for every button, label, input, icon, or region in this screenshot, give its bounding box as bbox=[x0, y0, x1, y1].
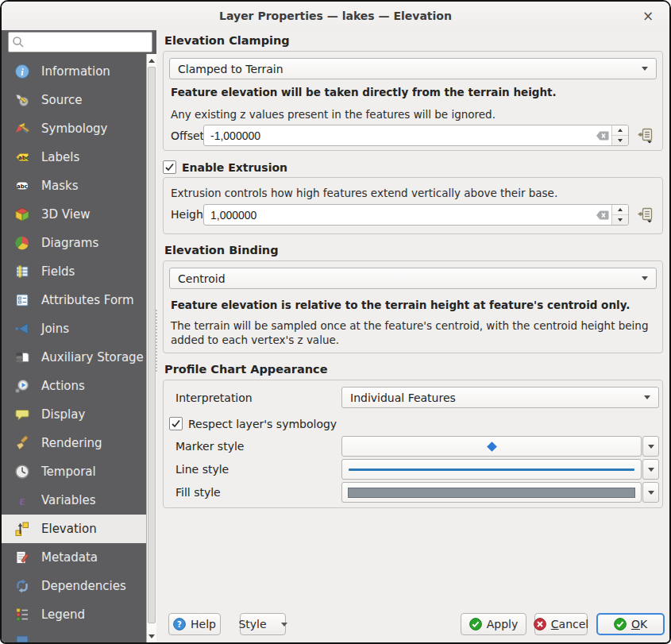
marker-style-dropdown-button[interactable] bbox=[642, 436, 659, 457]
height-spinbox[interactable] bbox=[203, 204, 629, 226]
ok-check-icon bbox=[614, 618, 627, 631]
interpretation-combobox[interactable]: Individual Features bbox=[341, 387, 659, 408]
elevation-clamping-header: Elevation Clamping bbox=[164, 34, 290, 47]
interpretation-combobox-value: Individual Features bbox=[350, 391, 456, 404]
metadata-icon bbox=[13, 549, 31, 566]
sidebar-item-variables[interactable]: ε Variables bbox=[2, 486, 146, 515]
clamping-description: Any existing z values present in the fea… bbox=[171, 108, 496, 122]
dependencies-icon bbox=[13, 577, 31, 595]
sidebar-item-partial[interactable] bbox=[2, 629, 146, 642]
style-button-label: Style bbox=[238, 618, 266, 631]
attributes-form-icon bbox=[13, 291, 31, 309]
binding-combobox[interactable]: Centroid bbox=[169, 268, 657, 289]
binding-bold-description: Feature elevation is relative to the ter… bbox=[171, 299, 630, 311]
fields-icon bbox=[13, 263, 31, 280]
data-defined-override-button[interactable] bbox=[635, 125, 656, 146]
fill-style-label: Fill style bbox=[175, 486, 221, 499]
help-button[interactable]: ? Help bbox=[168, 613, 221, 635]
fill-style-preview[interactable] bbox=[341, 482, 642, 503]
marker-style-label: Marker style bbox=[175, 440, 244, 453]
marker-style-preview[interactable] bbox=[341, 436, 642, 457]
respect-symbology-label: Respect layer's symbology bbox=[188, 418, 337, 430]
sidebar-item-dependencies[interactable]: Dependencies bbox=[2, 572, 146, 600]
sidebar-item-masks[interactable]: abc Masks bbox=[2, 172, 146, 200]
fill-style-dropdown-button[interactable] bbox=[642, 482, 659, 503]
title-bar: Layer Properties — lakes — Elevation × bbox=[2, 2, 669, 31]
sidebar-item-auxiliary-storage[interactable]: Auxiliary Storage bbox=[2, 343, 146, 372]
sidebar-item-fields[interactable]: Fields bbox=[2, 257, 146, 286]
ok-button[interactable]: OK bbox=[596, 613, 665, 635]
sidebar-item-information[interactable]: i Information bbox=[2, 57, 146, 86]
binding-description: The terrain will be sampled once at the … bbox=[171, 319, 657, 348]
cancel-x-icon bbox=[534, 618, 546, 631]
help-button-label: Help bbox=[191, 618, 216, 631]
chevron-down-icon bbox=[281, 623, 287, 627]
apply-button[interactable]: Apply bbox=[461, 613, 526, 635]
sidebar-item-3d-view[interactable]: 3D View bbox=[2, 200, 146, 229]
offset-input[interactable] bbox=[204, 125, 594, 145]
close-icon[interactable]: × bbox=[639, 7, 657, 25]
splitter-handle[interactable] bbox=[156, 310, 157, 372]
sidebar-search bbox=[8, 32, 152, 52]
cancel-button[interactable]: Cancel bbox=[534, 613, 588, 635]
chevron-down-icon bbox=[644, 395, 650, 399]
extrusion-description: Extrusion controls how high features ext… bbox=[171, 187, 557, 201]
diagrams-icon bbox=[13, 234, 31, 252]
respect-symbology-checkbox[interactable] bbox=[169, 417, 183, 430]
scrollbar-thumb[interactable] bbox=[148, 67, 156, 623]
sidebar-tabs: i Information Source Symbology abc Label… bbox=[2, 54, 146, 642]
source-icon bbox=[13, 91, 31, 109]
height-input[interactable] bbox=[204, 205, 594, 225]
scroll-up-icon[interactable] bbox=[147, 55, 156, 66]
server-icon bbox=[13, 634, 31, 642]
elevation-binding-header: Elevation Binding bbox=[164, 244, 279, 256]
apply-button-label: Apply bbox=[487, 618, 519, 631]
sidebar-item-label: Information bbox=[41, 64, 110, 79]
sidebar-item-metadata[interactable]: Metadata bbox=[2, 543, 146, 572]
sidebar-item-label: Display bbox=[41, 407, 85, 422]
sidebar-item-symbology[interactable]: Symbology bbox=[2, 114, 146, 143]
offset-spinbox[interactable] bbox=[203, 125, 629, 146]
chevron-down-icon bbox=[642, 276, 648, 280]
sidebar-item-rendering[interactable]: Rendering bbox=[2, 429, 146, 457]
elevation-panel: Elevation Clamping Clamped to Terrain Fe… bbox=[156, 30, 669, 642]
display-icon bbox=[13, 406, 31, 423]
line-style-preview[interactable] bbox=[341, 459, 642, 480]
clear-value-icon[interactable] bbox=[594, 205, 611, 225]
sidebar-item-diagrams[interactable]: Diagrams bbox=[2, 229, 146, 257]
sidebar-item-temporal[interactable]: Temporal bbox=[2, 457, 146, 486]
style-menu-button[interactable]: Style bbox=[240, 613, 286, 635]
clamping-combobox[interactable]: Clamped to Terrain bbox=[169, 58, 657, 79]
sidebar-item-attributes-form[interactable]: Attributes Form bbox=[2, 286, 146, 314]
sidebar-item-display[interactable]: Display bbox=[2, 400, 146, 429]
information-icon: i bbox=[13, 63, 31, 80]
sidebar-item-label: Labels bbox=[41, 150, 79, 164]
binding-combobox-value: Centroid bbox=[178, 272, 226, 285]
sidebar-item-joins[interactable]: Joins bbox=[2, 314, 146, 343]
interpretation-label: Interpretation bbox=[175, 391, 253, 404]
elevation-clamping-group: Clamped to Terrain Feature elevation wil… bbox=[163, 51, 663, 151]
offset-spinner[interactable] bbox=[611, 125, 628, 145]
sidebar-item-label: Variables bbox=[41, 493, 96, 507]
sidebar: i Information Source Symbology abc Label… bbox=[2, 30, 156, 642]
search-input[interactable] bbox=[8, 32, 152, 52]
sidebar-item-source[interactable]: Source bbox=[2, 86, 146, 114]
line-style-dropdown-button[interactable] bbox=[642, 459, 659, 480]
sidebar-item-label: Elevation bbox=[41, 522, 97, 536]
scroll-down-icon[interactable] bbox=[147, 631, 156, 642]
data-defined-override-button[interactable] bbox=[635, 205, 656, 226]
sidebar-item-label: Diagrams bbox=[41, 236, 98, 250]
sidebar-item-labels[interactable]: abc Labels bbox=[2, 143, 146, 172]
sidebar-item-label: Rendering bbox=[41, 436, 102, 450]
fill-preview-graphic bbox=[348, 488, 635, 498]
line-style-label: Line style bbox=[175, 463, 229, 476]
sidebar-item-actions[interactable]: Actions bbox=[2, 372, 146, 400]
svg-text:abc: abc bbox=[18, 155, 29, 161]
clear-value-icon[interactable] bbox=[594, 125, 611, 145]
enable-extrusion-checkbox[interactable] bbox=[163, 160, 176, 174]
epsilon-icon: ε bbox=[13, 492, 31, 509]
sidebar-item-elevation[interactable]: Elevation bbox=[2, 515, 146, 543]
sidebar-item-legend[interactable]: Legend bbox=[2, 600, 146, 629]
rendering-icon bbox=[13, 434, 31, 452]
height-spinner[interactable] bbox=[611, 205, 628, 225]
